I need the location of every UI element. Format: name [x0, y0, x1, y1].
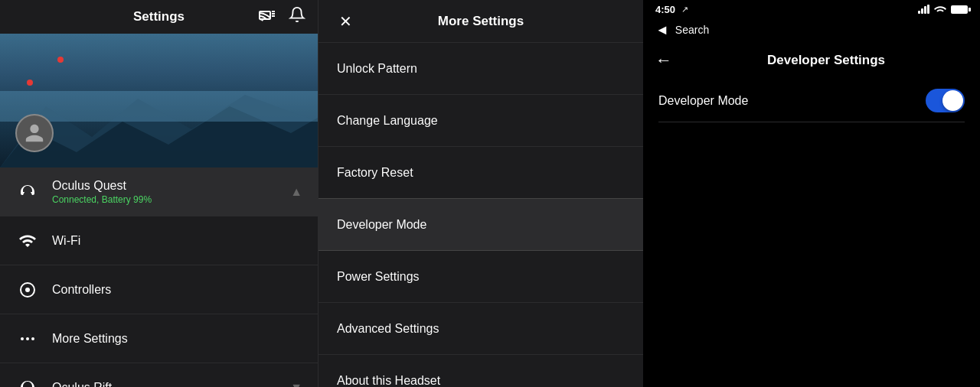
menu-list: Unlock Pattern Change Language Factory R…: [318, 43, 643, 387]
navigation-icon: ↗: [681, 5, 688, 15]
developer-mode-label: Developer Mode: [658, 94, 748, 108]
bell-icon[interactable]: [289, 6, 305, 28]
search-label[interactable]: Search: [675, 24, 709, 36]
more-settings-label: More Settings: [52, 332, 302, 346]
signal-bars-icon: [918, 5, 929, 14]
notification-dot-2: [27, 80, 33, 86]
menu-item-factory-reset[interactable]: Factory Reset: [318, 147, 643, 199]
more-settings-title: More Settings: [334, 14, 628, 29]
more-icon: [15, 327, 40, 351]
middle-panel: ✕ More Settings Unlock Pattern Change La…: [318, 0, 643, 387]
nav-list: Oculus Quest Connected, Battery 99% ▲ Wi…: [0, 167, 318, 387]
left-panel: Settings: [0, 0, 318, 387]
back-button[interactable]: ←: [655, 50, 672, 70]
oculus-quest-status: Connected, Battery 99%: [52, 194, 290, 205]
header-icons: [258, 6, 305, 28]
sidebar-item-wifi[interactable]: Wi-Fi: [0, 216, 318, 265]
search-back-icon: ◄: [655, 22, 669, 38]
notification-dot-1: [57, 57, 64, 63]
chevron-up-icon: ▲: [290, 185, 302, 199]
developer-mode-row: Developer Mode: [658, 80, 965, 122]
chevron-down-icon: ▼: [290, 381, 302, 388]
status-time: 4:50: [655, 4, 675, 15]
developer-settings-title: Developer Settings: [684, 53, 968, 68]
sidebar-item-controllers[interactable]: Controllers: [0, 265, 318, 314]
oculus-rift-label: Oculus Rift: [52, 381, 290, 388]
wifi-label: Wi-Fi: [52, 234, 302, 248]
headset-icon: [15, 180, 40, 204]
hero-image: [0, 34, 318, 167]
status-bar: 4:50 ↗: [643, 0, 980, 18]
developer-settings-content: Developer Mode: [643, 80, 980, 387]
middle-header: ✕ More Settings: [318, 0, 643, 43]
svg-point-8: [25, 288, 30, 292]
sidebar-item-more-settings[interactable]: More Settings: [0, 314, 318, 363]
menu-item-unlock-pattern[interactable]: Unlock Pattern: [318, 43, 643, 95]
menu-item-developer-mode[interactable]: Developer Mode: [318, 199, 643, 251]
menu-item-advanced-settings[interactable]: Advanced Settings: [318, 303, 643, 355]
menu-item-change-language[interactable]: Change Language: [318, 95, 643, 147]
right-panel: 4:50 ↗ ◄ Search ← Developer Settings: [643, 0, 980, 387]
developer-settings-header: ← Developer Settings: [643, 41, 980, 80]
svg-point-11: [31, 337, 34, 340]
cast-icon[interactable]: [258, 6, 276, 28]
oculus-quest-label: Oculus Quest: [52, 179, 290, 193]
menu-item-about-headset[interactable]: About this Headset: [318, 355, 643, 387]
toggle-thumb: [942, 90, 963, 111]
svg-rect-6: [0, 91, 318, 122]
battery-icon: [951, 5, 968, 14]
controllers-label: Controllers: [52, 283, 302, 297]
wifi-icon: [15, 229, 40, 253]
search-bar: ◄ Search: [643, 18, 980, 41]
svg-point-9: [21, 337, 24, 340]
rift-icon: [15, 376, 40, 388]
wifi-status-icon: [934, 4, 946, 15]
menu-item-power-settings[interactable]: Power Settings: [318, 251, 643, 303]
controller-icon: [15, 278, 40, 302]
close-button[interactable]: ✕: [334, 10, 357, 33]
sidebar-item-oculus-quest[interactable]: Oculus Quest Connected, Battery 99% ▲: [0, 167, 318, 216]
svg-point-10: [26, 337, 29, 340]
left-header: Settings: [0, 0, 318, 34]
sidebar-item-oculus-rift[interactable]: Oculus Rift ▼: [0, 363, 318, 387]
settings-title: Settings: [133, 9, 185, 24]
developer-mode-toggle[interactable]: [926, 89, 965, 112]
avatar: [15, 114, 54, 152]
